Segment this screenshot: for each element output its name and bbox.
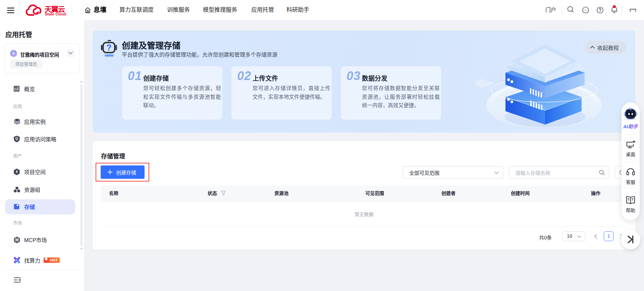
svg-text:?: ? bbox=[106, 43, 111, 52]
svg-text:M: M bbox=[15, 238, 19, 242]
